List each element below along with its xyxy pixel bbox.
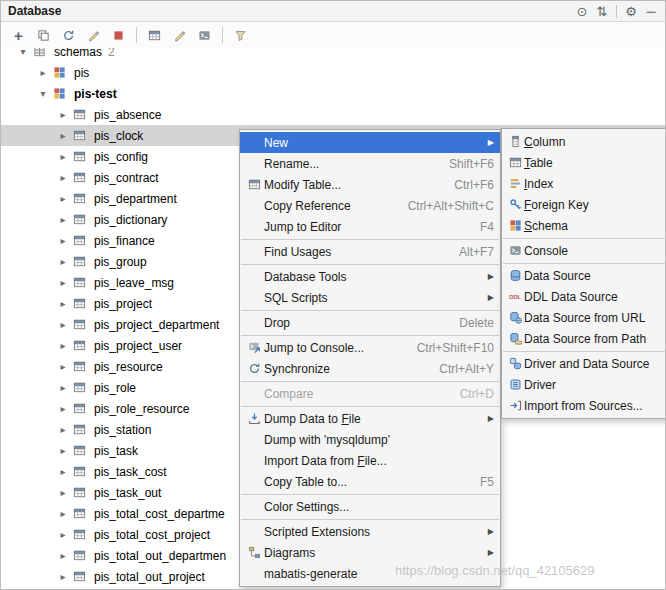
add-button[interactable]: + <box>6 24 31 46</box>
menu-item-column[interactable]: Column <box>502 131 666 152</box>
menu-item-color-settings[interactable]: Color Settings... <box>240 496 500 517</box>
float-mode-button[interactable]: ⊙ <box>572 3 592 20</box>
chevron-collapsed-icon[interactable]: ▸ <box>55 214 71 225</box>
menu-separator <box>241 381 499 382</box>
chevron-collapsed-icon[interactable]: ▸ <box>55 277 71 288</box>
menu-item-label: Database Tools <box>264 270 347 284</box>
menu-item-dump-data-to-file[interactable]: Dump Data to File▶ <box>240 408 500 429</box>
chevron-collapsed-icon[interactable]: ▸ <box>55 109 71 120</box>
menu-item-import-data-from-file[interactable]: Import Data from File... <box>240 450 500 471</box>
menu-item-data-source-from-path[interactable]: Data Source from Path <box>502 328 666 349</box>
database-tool-window: Database ⊙⇅⚙─ + ▾schemas2▸pis▾pis-test▸p… <box>0 0 666 590</box>
hide-button[interactable]: ─ <box>641 3 661 20</box>
chevron-collapsed-icon[interactable]: ▸ <box>55 319 71 330</box>
tree-row-pis[interactable]: ▸pis <box>1 62 665 83</box>
schemas-icon <box>31 48 47 60</box>
menu-item-foreign-key[interactable]: Foreign Key <box>502 194 666 215</box>
chevron-collapsed-icon[interactable]: ▸ <box>55 382 71 393</box>
menu-item-sql-scripts[interactable]: SQL Scripts▶ <box>240 287 500 308</box>
tree-row-pis-absence[interactable]: ▸pis_absence <box>1 104 665 125</box>
menu-item-data-source-from-url[interactable]: Data Source from URL <box>502 307 666 328</box>
chevron-collapsed-icon[interactable]: ▸ <box>55 130 71 141</box>
ds-path-icon <box>506 332 524 345</box>
duplicate-button[interactable] <box>31 24 56 46</box>
tree-row-pis-test[interactable]: ▾pis-test <box>1 83 665 104</box>
refresh-button[interactable] <box>56 24 81 46</box>
open-table-editor-button[interactable] <box>142 24 167 46</box>
filter-button[interactable] <box>228 24 253 46</box>
chevron-collapsed-icon[interactable]: ▸ <box>55 193 71 204</box>
menu-item-label: Jump to Console... <box>264 341 364 355</box>
table-icon <box>71 170 87 186</box>
chevron-expanded-icon[interactable]: ▾ <box>35 88 51 99</box>
chevron-collapsed-icon[interactable]: ▸ <box>55 424 71 435</box>
chevron-collapsed-icon[interactable]: ▸ <box>55 571 71 582</box>
open-console-button[interactable] <box>192 24 217 46</box>
chevron-collapsed-icon[interactable]: ▸ <box>55 550 71 561</box>
chevron-collapsed-icon[interactable]: ▸ <box>35 67 51 78</box>
menu-item-import-from-sources[interactable]: Import from Sources... <box>502 395 666 416</box>
table-icon <box>71 527 87 543</box>
menu-item-drop[interactable]: DropDelete <box>240 312 500 333</box>
tree-row-schemas[interactable]: ▾schemas2 <box>1 48 665 62</box>
menu-item-jump-to-editor[interactable]: Jump to EditorF4 <box>240 216 500 237</box>
chevron-collapsed-icon[interactable]: ▸ <box>55 298 71 309</box>
ds-url-icon <box>506 311 524 324</box>
menu-item-diagrams[interactable]: Diagrams▶ <box>240 542 500 563</box>
chevron-collapsed-icon[interactable]: ▸ <box>55 361 71 372</box>
menu-item-rename[interactable]: Rename...Shift+F6 <box>240 153 500 174</box>
divider <box>222 27 223 43</box>
chevron-collapsed-icon[interactable]: ▸ <box>55 466 71 477</box>
menu-item-new[interactable]: New▶ <box>240 132 500 153</box>
menu-item-compare: CompareCtrl+D <box>240 383 500 404</box>
chevron-collapsed-icon[interactable]: ▸ <box>55 172 71 183</box>
settings-button[interactable]: ⚙ <box>621 3 641 20</box>
chevron-collapsed-icon[interactable]: ▸ <box>55 445 71 456</box>
chevron-collapsed-icon[interactable]: ▸ <box>55 508 71 519</box>
tree-label: pis_group <box>94 255 147 269</box>
menu-item-data-source[interactable]: Data Source <box>502 265 666 286</box>
menu-item-find-usages[interactable]: Find UsagesAlt+F7 <box>240 241 500 262</box>
menu-item-copy-table-to[interactable]: Copy Table to...F5 <box>240 471 500 492</box>
menu-item-label: Index <box>524 177 553 191</box>
edit-button[interactable] <box>167 24 192 46</box>
menu-item-dump-with-mysqldump[interactable]: Dump with 'mysqldump' <box>240 429 500 450</box>
menu-item-console[interactable]: Console <box>502 240 666 261</box>
chevron-collapsed-icon[interactable]: ▸ <box>55 151 71 162</box>
chevron-collapsed-icon[interactable]: ▸ <box>55 235 71 246</box>
menu-shortcut: Ctrl+Alt+Y <box>425 362 494 376</box>
table-icon <box>71 569 87 585</box>
context-menu: New▶Rename...Shift+F6Modify Table...Ctrl… <box>239 129 501 587</box>
menu-item-label: Dump Data to File <box>264 412 361 426</box>
chevron-collapsed-icon[interactable]: ▸ <box>55 256 71 267</box>
header-actions: ⊙⇅⚙─ <box>572 3 661 20</box>
menu-item-label: Driver <box>524 378 556 392</box>
table-icon <box>71 380 87 396</box>
chevron-expanded-icon[interactable]: ▾ <box>15 48 31 57</box>
menu-item-jump-to-console[interactable]: Jump to Console...Ctrl+Shift+F10 <box>240 337 500 358</box>
menu-separator <box>241 310 499 311</box>
tree-label: pis_clock <box>94 129 143 143</box>
menu-shortcut: Delete <box>445 316 494 330</box>
menu-item-scripted-extensions[interactable]: Scripted Extensions▶ <box>240 521 500 542</box>
chevron-collapsed-icon[interactable]: ▸ <box>55 403 71 414</box>
menu-item-modify-table[interactable]: Modify Table...Ctrl+F6 <box>240 174 500 195</box>
menu-item-database-tools[interactable]: Database Tools▶ <box>240 266 500 287</box>
menu-item-copy-reference[interactable]: Copy ReferenceCtrl+Alt+Shift+C <box>240 195 500 216</box>
menu-item-driver-and-data-source[interactable]: Driver and Data Source <box>502 353 666 374</box>
menu-item-index[interactable]: Index <box>502 173 666 194</box>
menu-item-mabatis-generate[interactable]: mabatis-generate <box>240 563 500 584</box>
menu-item-label: Rename... <box>264 157 319 171</box>
submit-changes-button[interactable] <box>81 24 106 46</box>
menu-item-ddl-data-source[interactable]: DDLDDL Data Source <box>502 286 666 307</box>
chevron-collapsed-icon[interactable]: ▸ <box>55 340 71 351</box>
table-icon <box>71 149 87 165</box>
menu-item-schema[interactable]: Schema <box>502 215 666 236</box>
menu-item-synchronize[interactable]: SynchronizeCtrl+Alt+Y <box>240 358 500 379</box>
expand-collapse-button[interactable]: ⇅ <box>592 3 612 20</box>
chevron-collapsed-icon[interactable]: ▸ <box>55 529 71 540</box>
stop-button[interactable] <box>106 24 131 46</box>
chevron-collapsed-icon[interactable]: ▸ <box>55 487 71 498</box>
menu-item-table[interactable]: Table <box>502 152 666 173</box>
menu-item-driver[interactable]: Driver <box>502 374 666 395</box>
